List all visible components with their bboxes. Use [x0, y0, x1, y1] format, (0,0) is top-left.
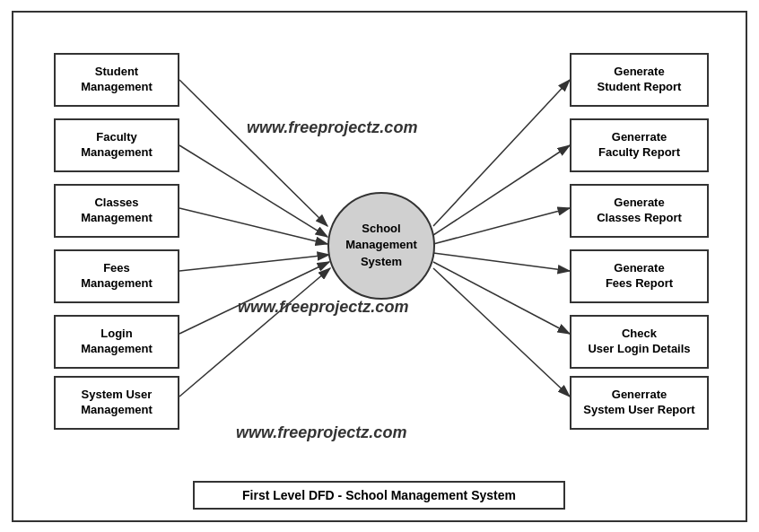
svg-line-12 — [433, 268, 570, 397]
svg-line-10 — [433, 253, 570, 271]
node-check-login-label: CheckUser Login Details — [588, 327, 690, 357]
node-classes-mgmt: ClassesManagement — [54, 184, 179, 238]
svg-line-7 — [433, 80, 570, 226]
node-gen-classes-label: GenerateClasses Report — [597, 196, 682, 226]
node-gen-classes: GenerateClasses Report — [570, 184, 709, 238]
node-faculty-mgmt-label: FacultyManagement — [81, 130, 152, 161]
node-student-mgmt: Student Management — [54, 53, 179, 107]
node-system-user-mgmt: System UserManagement — [54, 376, 179, 430]
watermark-mid: www.freeprojectz.com — [238, 298, 408, 317]
node-fees-mgmt: FeesManagement — [54, 249, 179, 303]
caption-box: First Level DFD - School Management Syst… — [193, 481, 565, 510]
caption-label: First Level DFD - School Management Syst… — [242, 488, 516, 502]
node-classes-mgmt-label: ClassesManagement — [81, 196, 152, 226]
svg-line-8 — [433, 145, 570, 235]
node-gen-student: GenerateStudent Report — [570, 53, 709, 107]
svg-line-9 — [433, 208, 570, 244]
node-login-mgmt-label: LoginManagement — [81, 327, 152, 357]
node-gen-faculty-label: GenerrateFaculty Report — [598, 130, 680, 161]
node-gen-faculty: GenerrateFaculty Report — [570, 118, 709, 172]
node-gen-fees: GenerateFees Report — [570, 249, 709, 303]
svg-line-3 — [179, 208, 327, 244]
center-label: SchoolManagementSystem — [345, 221, 416, 270]
node-check-login: CheckUser Login Details — [570, 315, 709, 369]
svg-line-2 — [179, 145, 327, 237]
node-faculty-mgmt: FacultyManagement — [54, 118, 179, 172]
svg-line-6 — [179, 268, 330, 397]
watermark-top: www.freeprojectz.com — [247, 118, 417, 137]
node-student-mgmt-label: Student Management — [59, 65, 174, 95]
watermark-bot: www.freeprojectz.com — [236, 423, 406, 442]
svg-line-1 — [179, 80, 327, 226]
svg-line-4 — [179, 255, 329, 271]
svg-line-11 — [433, 262, 570, 334]
node-gen-fees-label: GenerateFees Report — [606, 261, 673, 292]
node-login-mgmt: LoginManagement — [54, 315, 179, 369]
node-fees-mgmt-label: FeesManagement — [81, 261, 152, 292]
node-gen-system-user: GenerrateSystem User Report — [570, 376, 709, 430]
node-gen-system-user-label: GenerrateSystem User Report — [583, 388, 694, 418]
center-circle: SchoolManagementSystem — [327, 192, 435, 300]
node-gen-student-label: GenerateStudent Report — [598, 65, 682, 95]
diagram-container: www.freeprojectz.com www.freeprojectz.co… — [12, 11, 747, 522]
node-system-user-mgmt-label: System UserManagement — [81, 388, 152, 418]
